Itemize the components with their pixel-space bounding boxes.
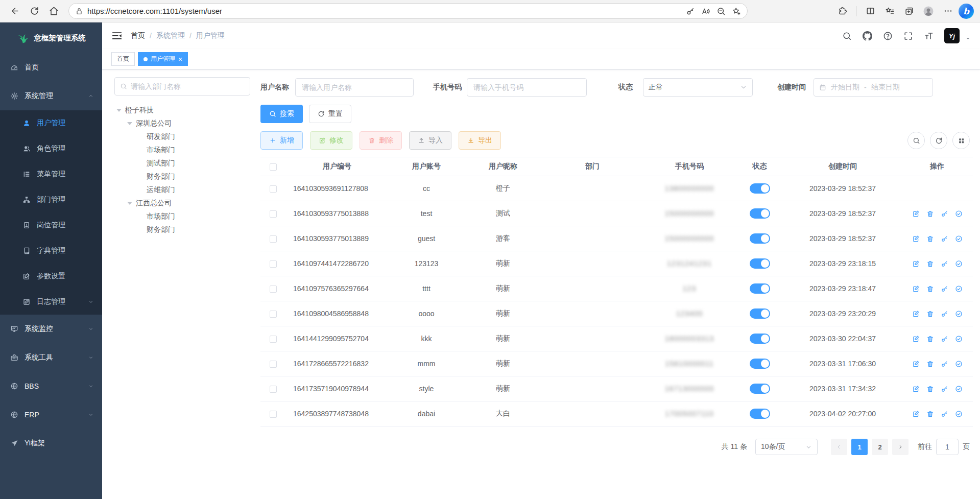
delete-icon[interactable] [926,410,934,418]
phone-input[interactable] [467,78,587,97]
tree-node[interactable]: 财务部门 [114,223,250,236]
collections-icon[interactable] [900,3,918,20]
tree-node[interactable]: 市场部门 [114,144,250,157]
tree-node[interactable]: 运维部门 [114,183,250,197]
avatar-caret-down-icon[interactable] [965,36,971,41]
tab-用户管理[interactable]: 用户管理× [138,52,188,66]
delete-icon[interactable] [926,310,934,318]
key-icon[interactable] [941,260,948,268]
edit-icon[interactable] [912,260,920,268]
row-checkbox[interactable] [270,210,277,218]
tree-node[interactable]: 江西总公司 [114,197,250,210]
key-icon[interactable] [941,410,948,418]
avatar[interactable]: Yj [944,28,960,43]
check-circle-icon[interactable] [955,310,963,318]
tree-node[interactable]: 市场部门 [114,210,250,223]
row-checkbox[interactable] [270,260,277,268]
dept-search-box[interactable] [114,77,250,96]
status-toggle[interactable] [750,233,770,244]
status-select[interactable]: 正常 [643,78,753,97]
edit-icon[interactable] [912,385,920,393]
delete-icon[interactable] [926,285,934,293]
sidebar-fold-icon[interactable] [111,30,123,41]
sidebar-item-erp[interactable]: ERP [0,400,102,429]
delete-icon[interactable] [926,360,934,368]
新增-button[interactable]: 新增 [260,131,303,150]
search-button[interactable]: 搜索 [260,105,303,123]
key-icon[interactable] [941,310,948,318]
url-text[interactable]: https://ccnetcore.com:1101/system/user [87,7,679,15]
home-icon[interactable] [45,3,62,20]
sidebar-item-system-monitor[interactable]: 系统监控 [0,315,102,343]
tree-node[interactable]: 研发部门 [114,130,250,144]
delete-icon[interactable] [926,335,934,343]
profile-icon[interactable] [920,3,937,20]
tree-node[interactable]: 财务部门 [114,170,250,183]
sidebar-item-yi-framework[interactable]: Yi框架 [0,429,102,458]
edit-icon[interactable] [912,285,920,293]
status-toggle[interactable] [750,308,770,319]
delete-icon[interactable] [926,260,934,268]
key-icon[interactable] [941,235,948,243]
tree-node[interactable]: 橙子科技 [114,104,250,117]
edit-icon[interactable] [912,235,920,243]
tree-expand-caret-icon[interactable] [116,109,122,112]
url-bar[interactable]: https://ccnetcore.com:1101/system/user [68,3,748,19]
check-circle-icon[interactable] [955,335,963,343]
row-checkbox[interactable] [270,361,277,368]
tree-expand-caret-icon[interactable] [127,122,132,125]
key-icon[interactable] [683,4,698,18]
favorites-icon[interactable] [881,3,898,20]
check-circle-icon[interactable] [955,260,963,268]
tree-node[interactable]: 深圳总公司 [114,117,250,130]
status-toggle[interactable] [750,409,770,419]
status-toggle[interactable] [750,258,770,269]
page-button-2[interactable]: 2 [872,439,888,455]
delete-icon[interactable] [926,235,934,243]
app-logo[interactable]: 意框架管理系统 [0,22,102,53]
sidebar-item-log-management[interactable]: 日志管理 [0,289,102,315]
status-toggle[interactable] [750,183,770,194]
status-toggle[interactable] [750,283,770,294]
refresh-icon[interactable] [26,3,43,20]
read-aloud-icon[interactable] [698,4,713,18]
page-size-select[interactable]: 10条/页 [755,439,818,455]
key-icon[interactable] [941,360,948,368]
delete-icon[interactable] [926,385,934,393]
key-icon[interactable] [941,385,948,393]
key-icon[interactable] [941,335,948,343]
zoom-out-icon[interactable] [713,4,729,18]
sidebar-item-role-management[interactable]: 角色管理 [0,136,102,161]
delete-icon[interactable] [926,210,934,218]
edit-icon[interactable] [912,360,920,368]
reset-button[interactable]: 重置 [309,105,351,123]
check-circle-icon[interactable] [955,410,963,418]
more-icon[interactable] [939,3,957,20]
copilot-icon[interactable] [959,4,974,19]
jump-input[interactable] [936,439,959,455]
back-icon[interactable] [6,3,23,20]
breadcrumb-item[interactable]: 用户管理 [196,31,225,40]
breadcrumb-item[interactable]: 系统管理 [156,31,185,40]
next-page-button[interactable] [892,439,909,455]
font-size-icon[interactable] [924,31,934,41]
edit-icon[interactable] [912,335,920,343]
sidebar-item-dict-management[interactable]: 字典管理 [0,238,102,264]
row-checkbox[interactable] [270,311,277,318]
edit-icon[interactable] [912,310,920,318]
grid-icon-button[interactable] [952,132,970,149]
row-checkbox[interactable] [270,185,277,193]
username-input[interactable] [295,78,414,97]
date-range-picker[interactable]: 开始日期 - 结束日期 [814,78,933,97]
status-toggle[interactable] [750,384,770,394]
sidebar-item-bbs[interactable]: BBS [0,372,102,400]
status-toggle[interactable] [750,359,770,369]
breadcrumb-item[interactable]: 首页 [131,31,145,40]
row-checkbox[interactable] [270,286,277,293]
refresh-icon-button[interactable] [930,132,947,149]
sidebar-item-dept-management[interactable]: 部门管理 [0,187,102,212]
dept-search-input[interactable] [131,82,245,90]
check-circle-icon[interactable] [955,210,963,218]
check-circle-icon[interactable] [955,235,963,243]
status-toggle[interactable] [750,334,770,344]
